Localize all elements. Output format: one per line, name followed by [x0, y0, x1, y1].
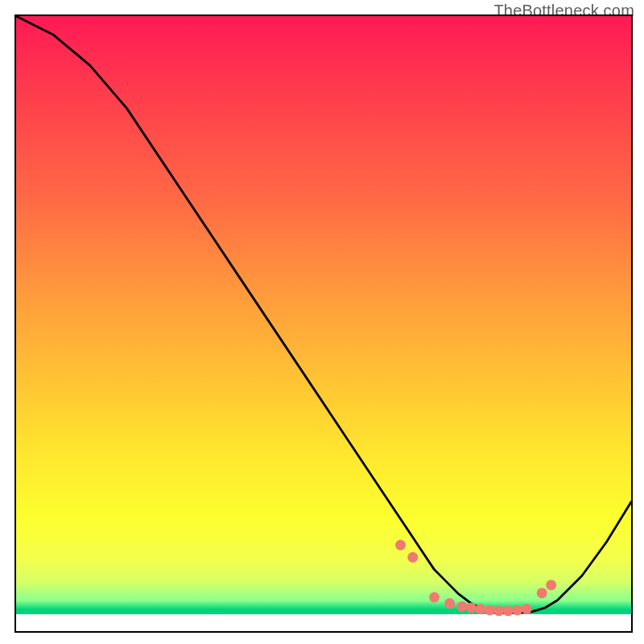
marker-dot: [493, 605, 504, 616]
marker-dot: [456, 601, 467, 612]
marker-dot: [475, 604, 485, 614]
marker-dot: [503, 605, 514, 616]
chart-svg: [16, 16, 631, 631]
curve-line: [16, 16, 631, 613]
chart-container: TheBottleneck.com: [0, 0, 644, 644]
marker-dot: [512, 605, 522, 616]
marker-dot: [522, 604, 532, 614]
marker-dot: [444, 598, 455, 609]
marker-dot: [466, 602, 477, 613]
marker-dot: [546, 580, 556, 590]
plot-area: [14, 14, 633, 633]
marker-dot: [429, 592, 440, 602]
marker-dot: [537, 588, 547, 598]
marker-dot: [485, 605, 495, 616]
marker-dot: [407, 552, 418, 563]
marker-dot: [395, 540, 406, 551]
